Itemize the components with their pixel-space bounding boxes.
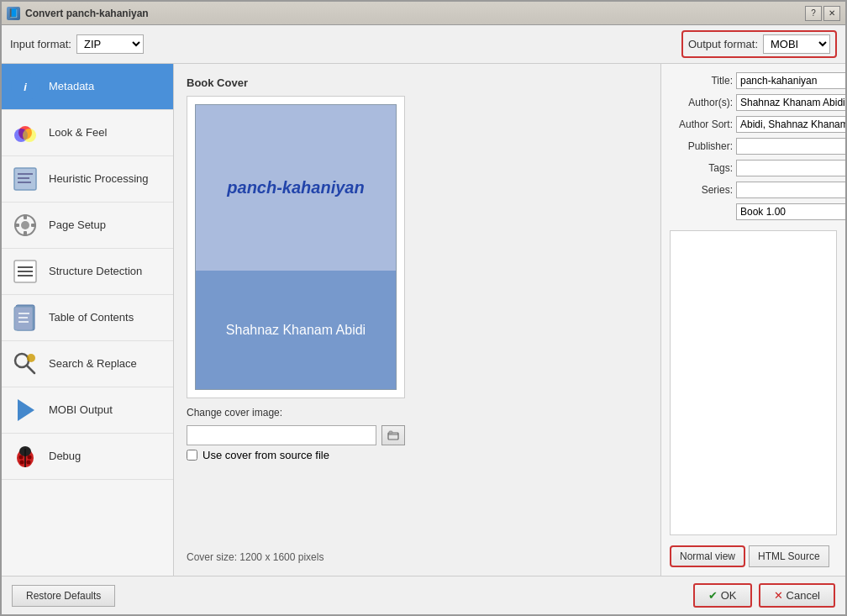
input-format-group: Input format: ZIP: [10, 34, 144, 54]
svg-marker-25: [18, 399, 34, 421]
sidebar-label-toc: Table of Contents: [49, 311, 134, 325]
cover-size-text: Cover size: 1200 x 1600 pixels: [187, 551, 648, 563]
cover-extra-area: [422, 96, 648, 543]
sidebar-item-toc[interactable]: Table of Contents: [2, 295, 173, 341]
tags-label: Tags:: [670, 162, 733, 174]
tags-combo: ▼: [736, 160, 845, 176]
svg-point-2: [23, 129, 36, 142]
restore-defaults-button[interactable]: Restore Defaults: [12, 585, 115, 607]
top-bar: Input format: ZIP Output format: MOBI: [2, 25, 845, 64]
window-title: Convert panch-kahaniyan: [25, 8, 149, 19]
author-sort-label: Author Sort:: [670, 118, 733, 130]
publisher-row: Publisher: ▼: [670, 138, 837, 155]
authors-input[interactable]: [736, 94, 845, 111]
main-content: i Metadata Look & Feel: [2, 64, 845, 576]
svg-rect-34: [389, 431, 392, 434]
sidebar-item-debug[interactable]: Debug: [2, 434, 173, 480]
window-icon: 📘: [7, 7, 20, 20]
book-num-row: ▼: [670, 203, 837, 220]
sidebar-label-heuristic: Heuristic Processing: [49, 172, 149, 187]
publisher-input[interactable]: [736, 138, 845, 155]
output-format-select[interactable]: MOBI: [763, 34, 830, 54]
cancel-button[interactable]: ✕ Cancel: [759, 583, 835, 608]
cover-browse-button[interactable]: [381, 425, 405, 445]
sidebar-label-search: Search & Replace: [49, 357, 137, 371]
svg-point-29: [19, 455, 24, 460]
svg-point-32: [27, 461, 31, 465]
ok-checkmark-icon: ✔: [708, 589, 718, 602]
toc-icon: [10, 303, 40, 333]
bottom-left: Restore Defaults: [12, 585, 115, 607]
ok-button[interactable]: ✔ OK: [693, 583, 752, 608]
search-replace-icon: [10, 349, 40, 379]
cover-bottom: Shahnaz Khanam Abidi: [196, 271, 396, 389]
use-cover-row: Use cover from source file: [187, 449, 405, 461]
author-sort-input[interactable]: [736, 116, 845, 133]
series-combo: ▼: [736, 182, 845, 198]
tags-input[interactable]: [736, 160, 845, 176]
sidebar-item-metadata[interactable]: i Metadata: [2, 64, 173, 110]
heuristic-icon: [10, 164, 40, 194]
title-field-row: Title:: [670, 72, 837, 89]
mobi-icon: [10, 395, 40, 425]
book-cover: panch-kahaniyan Shahnaz Khanam Abidi: [195, 104, 397, 390]
svg-line-23: [27, 366, 34, 373]
right-panel: Title: Author(s): ▼ Author Sort: Pu: [660, 64, 845, 576]
svg-rect-11: [14, 224, 19, 227]
series-input[interactable]: [736, 182, 845, 198]
authors-label: Author(s):: [670, 97, 733, 108]
title-bar: 📘 Convert panch-kahaniyan ? ✕: [2, 2, 845, 25]
page-setup-icon: [10, 210, 40, 240]
sidebar-item-page-setup[interactable]: Page Setup: [2, 203, 173, 249]
cover-top: panch-kahaniyan: [196, 105, 396, 271]
book-cover-wrapper: panch-kahaniyan Shahnaz Khanam Abidi Cha…: [187, 96, 405, 543]
title-bar-left: 📘 Convert panch-kahaniyan: [7, 7, 149, 20]
sidebar-item-look-feel[interactable]: Look & Feel: [2, 110, 173, 156]
sidebar-label-look-feel: Look & Feel: [49, 126, 107, 140]
change-cover-row: [187, 425, 405, 445]
book-num-input[interactable]: [736, 203, 845, 220]
sidebar-label-metadata: Metadata: [49, 80, 94, 94]
series-label: Series:: [670, 184, 733, 196]
authors-combo: ▼: [736, 94, 845, 111]
normal-view-tab[interactable]: Normal view: [670, 545, 745, 567]
text-preview-area: [670, 230, 837, 535]
svg-rect-10: [24, 231, 27, 236]
authors-field-row: Author(s): ▼: [670, 94, 837, 111]
sidebar-label-structure: Structure Detection: [49, 265, 142, 279]
svg-rect-12: [31, 224, 36, 227]
look-feel-icon: [10, 118, 40, 148]
publisher-combo: ▼: [736, 138, 845, 155]
sidebar-item-heuristic[interactable]: Heuristic Processing: [2, 156, 173, 203]
content-area: Book Cover panch-kahaniyan Shahnaz Khana…: [174, 64, 660, 576]
use-cover-label: Use cover from source file: [203, 449, 329, 461]
sidebar-item-search[interactable]: Search & Replace: [2, 341, 173, 387]
html-source-tab[interactable]: HTML Source: [749, 545, 829, 567]
input-format-select[interactable]: ZIP: [76, 34, 144, 54]
title-input[interactable]: [736, 72, 845, 89]
sidebar-item-structure[interactable]: Structure Detection: [2, 249, 173, 295]
cover-author: Shahnaz Khanam Abidi: [219, 316, 372, 345]
metadata-icon: i: [10, 71, 40, 102]
use-cover-checkbox[interactable]: [187, 450, 197, 461]
sidebar-item-mobi[interactable]: MOBI Output: [2, 387, 173, 434]
help-button[interactable]: ?: [805, 6, 822, 21]
close-button[interactable]: ✕: [823, 6, 840, 21]
main-window: 📘 Convert panch-kahaniyan ? ✕ Input form…: [0, 0, 847, 616]
input-format-label: Input format:: [10, 38, 71, 50]
publisher-label: Publisher:: [670, 140, 733, 152]
change-cover-label: Change cover image:: [187, 407, 405, 419]
svg-point-24: [27, 354, 35, 362]
cancel-x-icon: ✕: [774, 589, 783, 602]
svg-rect-3: [14, 168, 36, 190]
svg-rect-18: [14, 307, 33, 330]
bottom-right: ✔ OK ✕ Cancel: [693, 583, 835, 608]
book-num-combo: ▼: [736, 203, 845, 220]
sidebar-label-page-setup: Page Setup: [49, 218, 106, 233]
sidebar-label-debug: Debug: [49, 450, 81, 464]
cover-path-input[interactable]: [187, 425, 376, 445]
output-format-label: Output format:: [688, 38, 758, 50]
cover-title: panch-kahaniyan: [218, 170, 372, 206]
output-format-group: Output format: MOBI: [681, 30, 837, 58]
title-bar-buttons: ? ✕: [805, 6, 840, 21]
